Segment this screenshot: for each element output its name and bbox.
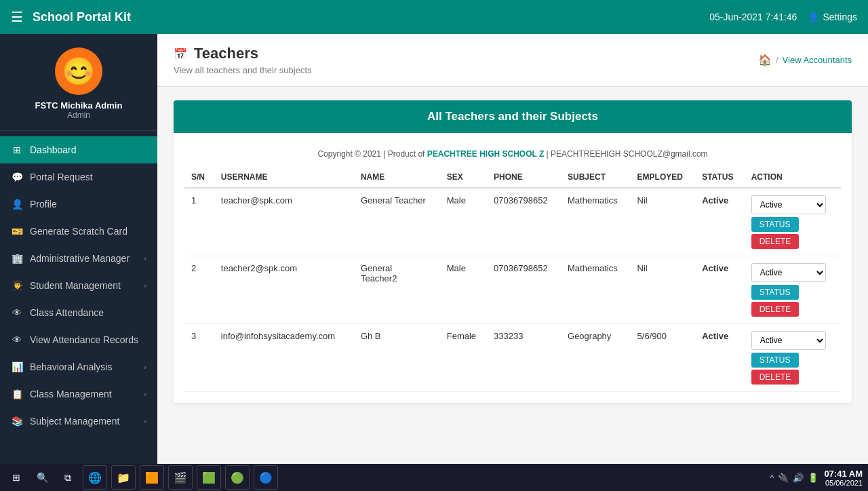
- delete-button[interactable]: DELETE: [751, 234, 799, 249]
- cell-subject: Mathematics: [561, 256, 631, 324]
- page-header: 📅 Teachers View all teachers and their s…: [157, 34, 868, 87]
- taskbar-time-display: 07:41 AM: [824, 469, 863, 479]
- cell-action: ActiveInactiveSTATUSDELETE: [745, 188, 841, 256]
- table-row: 3info@infohsysitacademy.comGh BFemale333…: [184, 324, 841, 392]
- teachers-card: All Teachers and their Subjects Copyrigh…: [174, 100, 852, 403]
- sidebar-item-label: Behavioral Analysis: [30, 361, 137, 372]
- portal-request-icon: 💬: [11, 172, 23, 182]
- status-select[interactable]: ActiveInactive: [751, 263, 826, 282]
- content-area: 📅 Teachers View all teachers and their s…: [157, 34, 868, 464]
- copyright-bar: Copyright © 2021 | Product of PEACHTREE …: [184, 144, 841, 167]
- topbar-left: ☰ School Portal Kit: [11, 9, 131, 25]
- start-button[interactable]: ⊞: [5, 467, 27, 488]
- app6-button[interactable]: 🟩: [197, 465, 221, 490]
- sidebar-item-dashboard[interactable]: ⊞ Dashboard: [0, 136, 157, 163]
- cell-employed: Nil: [631, 256, 696, 324]
- sidebar-item-label: Profile: [30, 199, 146, 210]
- edge-browser-button[interactable]: 🌐: [83, 465, 107, 490]
- sidebar-item-label: Dashboard: [30, 144, 146, 155]
- status-badge: Active: [702, 263, 728, 273]
- hamburger-button[interactable]: ☰: [11, 9, 23, 25]
- app7-button[interactable]: 🟢: [225, 465, 250, 490]
- card-header: All Teachers and their Subjects: [174, 100, 852, 133]
- table-row: 1teacher@spk.comGeneral TeacherMale07036…: [184, 188, 841, 256]
- teachers-table: S/N USERNAME NAME SEX PHONE SUBJECT EMPL…: [184, 167, 841, 392]
- dashboard-icon: ⊞: [11, 144, 23, 155]
- app8-button[interactable]: 🔵: [254, 465, 278, 490]
- cell-subject: Mathematics: [561, 188, 631, 256]
- sidebar-item-label: Subject Management: [30, 416, 137, 427]
- sidebar-item-scratch-card[interactable]: 🎫 Generate Scratch Card: [0, 218, 157, 245]
- sidebar-role: Admin: [67, 111, 90, 120]
- breadcrumb-view-accountants[interactable]: View Accountants: [783, 55, 852, 65]
- status-select[interactable]: ActiveInactive: [751, 331, 826, 350]
- sidebar-item-label: View Attendance Records: [30, 334, 146, 345]
- class-management-icon: 📋: [11, 389, 23, 399]
- delete-button[interactable]: DELETE: [751, 370, 799, 385]
- cell-sn: 3: [184, 324, 214, 392]
- col-phone: PHONE: [487, 167, 561, 188]
- chevron-right-icon: ›: [144, 363, 146, 371]
- status-button[interactable]: STATUS: [751, 217, 799, 232]
- cell-username: teacher@spk.com: [214, 188, 354, 256]
- cell-status: Active: [695, 324, 744, 392]
- cell-sn: 1: [184, 188, 214, 256]
- taskbar: ⊞ 🔍 ⧉ 🌐 📁 🟧 🎬 🟩 🟢 🔵 ^ 🔌 🔊 🔋 07:41 AM 05/…: [0, 464, 868, 491]
- cell-phone: 07036798652: [487, 188, 561, 256]
- app4-button[interactable]: 🟧: [140, 465, 164, 490]
- app5-button[interactable]: 🎬: [168, 465, 193, 490]
- page-subtitle: View all teachers and their subjects: [174, 65, 312, 75]
- taskbar-left: ⊞ 🔍 ⧉ 🌐 📁 🟧 🎬 🟩 🟢 🔵: [5, 465, 278, 490]
- sidebar-item-label: Class Attendance: [30, 307, 146, 318]
- taskbar-date-display: 05/06/2021: [824, 479, 863, 487]
- cell-subject: Geography: [561, 324, 631, 392]
- cell-sn: 2: [184, 256, 214, 324]
- col-employed: EMPLOYED: [631, 167, 696, 188]
- cell-employed: 5/6/900: [631, 324, 696, 392]
- sidebar-item-portal-request[interactable]: 💬 Portal Request: [0, 163, 157, 191]
- breadcrumb: 🏠 / View Accountants: [758, 54, 852, 66]
- page-header-left: 📅 Teachers View all teachers and their s…: [174, 45, 312, 75]
- delete-button[interactable]: DELETE: [751, 302, 799, 317]
- breadcrumb-separator: /: [776, 55, 778, 65]
- home-breadcrumb-icon[interactable]: 🏠: [758, 54, 772, 66]
- network-icon: 🔌: [778, 473, 789, 483]
- teachers-icon: 📅: [174, 47, 187, 60]
- tray-arrow[interactable]: ^: [770, 473, 774, 483]
- main-content: All Teachers and their Subjects Copyrigh…: [157, 87, 868, 416]
- sidebar-item-view-attendance[interactable]: 👁 View Attendance Records: [0, 326, 157, 353]
- table-row: 2teacher2@spk.comGeneral Teacher2Male070…: [184, 256, 841, 324]
- settings-button[interactable]: 👤 Settings: [808, 12, 857, 22]
- file-explorer-button[interactable]: 📁: [111, 465, 136, 490]
- status-button[interactable]: STATUS: [751, 353, 799, 368]
- chevron-right-icon: ›: [144, 254, 146, 262]
- cell-employed: Nil: [631, 188, 696, 256]
- sidebar-item-behavioral-analysis[interactable]: 📊 Behavioral Analysis ›: [0, 353, 157, 380]
- search-button[interactable]: 🔍: [31, 467, 53, 488]
- topbar-right: 05-Jun-2021 7:41:46 👤 Settings: [709, 12, 857, 22]
- card-body: Copyright © 2021 | Product of PEACHTREE …: [174, 133, 852, 403]
- col-username: USERNAME: [214, 167, 354, 188]
- status-button[interactable]: STATUS: [751, 285, 799, 300]
- sidebar-item-class-attendance[interactable]: 👁 Class Attendance: [0, 299, 157, 326]
- sidebar-item-subject-management[interactable]: 📚 Subject Management ›: [0, 408, 157, 435]
- status-badge: Active: [702, 331, 728, 341]
- main-layout: 😊 FSTC Michika Admin Admin ⊞ Dashboard 💬…: [0, 34, 868, 464]
- sidebar: 😊 FSTC Michika Admin Admin ⊞ Dashboard 💬…: [0, 34, 157, 464]
- sidebar-item-profile[interactable]: 👤 Profile: [0, 191, 157, 218]
- sidebar-user-panel: 😊 FSTC Michika Admin Admin: [0, 34, 157, 131]
- sidebar-item-student-management[interactable]: 👨‍🎓 Student Management ›: [0, 272, 157, 299]
- cell-name: Gh B: [354, 324, 440, 392]
- sidebar-item-admin-manager[interactable]: 🏢 Administrative Manager ›: [0, 245, 157, 272]
- task-view-button[interactable]: ⧉: [57, 467, 79, 488]
- cell-username: teacher2@spk.com: [214, 256, 354, 324]
- attendance-icon: 👁: [11, 307, 23, 318]
- status-select[interactable]: ActiveInactive: [751, 195, 826, 214]
- brand-name: School Portal Kit: [33, 10, 131, 24]
- sidebar-item-class-management[interactable]: 📋 Class Management ›: [0, 380, 157, 408]
- page-title: Teachers: [194, 45, 258, 62]
- chevron-right-icon: ›: [144, 417, 146, 425]
- behavioral-icon: 📊: [11, 361, 23, 372]
- chevron-right-icon: ›: [144, 390, 146, 398]
- scratch-card-icon: 🎫: [11, 226, 23, 237]
